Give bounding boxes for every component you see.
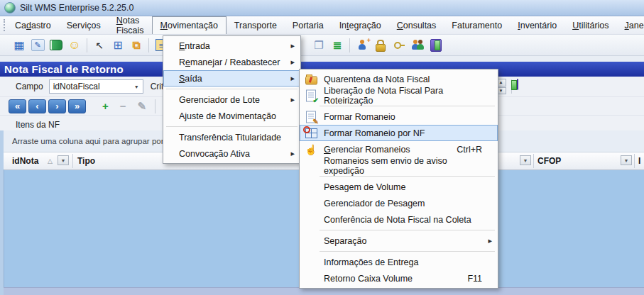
copy-folders-icon[interactable]: ⧉ — [128, 38, 145, 53]
menubar-item-cadastro[interactable]: Cadastro — [7, 16, 59, 34]
prev-record-button[interactable]: ‹ — [28, 99, 46, 113]
campo-field-value: idNotaFiscal — [53, 82, 100, 91]
exit-door-icon[interactable] — [427, 38, 444, 53]
menu-item-gerenciador-de-lote[interactable]: Gerenciador de Lote ▸ — [163, 91, 300, 108]
window-title: Silt WMS Enterprise 5.2.25.0 — [20, 3, 133, 13]
menubar-item-faturamento[interactable]: Faturamento — [444, 16, 510, 34]
application-window: Silt WMS Enterprise 5.2.25.0 Cadastro Se… — [0, 0, 644, 295]
submenu-arrow-icon: ▸ — [290, 74, 295, 83]
menu-item-conferencia-nota-fiscal-coleta[interactable]: Conferência de Nota Fiscal na Coleta — [300, 211, 498, 228]
column-header-idnota[interactable]: idNota — [12, 156, 38, 166]
next-record-button[interactable]: › — [48, 99, 66, 113]
formar-romaneio-nf-grid-icon — [304, 128, 318, 138]
campo-field-select[interactable]: idNotaFiscal ▼ — [49, 79, 143, 94]
submenu-arrow-icon: ▸ — [290, 57, 295, 67]
menubar: Cadastro Serviços Notas Fiscais Moviment… — [0, 16, 644, 35]
menu-separator — [320, 251, 495, 252]
menubar-item-notas-fiscais[interactable]: Notas Fiscais — [109, 16, 152, 34]
menu-separator — [320, 176, 495, 177]
itens-section-label: Itens da NF — [16, 120, 60, 130]
remove-record-button[interactable]: − — [120, 101, 126, 111]
menubar-item-utilitarios[interactable]: Utilitários — [564, 16, 616, 34]
user-add-icon[interactable]: + — [354, 38, 371, 53]
manage-romaneios-hand-icon: ☝ — [304, 144, 318, 155]
group-by-hint: Arraste uma coluna aqui para agrupar por — [12, 137, 164, 145]
toolbar-separator — [155, 99, 155, 113]
add-record-button[interactable]: + — [102, 101, 109, 111]
manual-book-icon[interactable] — [48, 38, 65, 53]
first-record-button[interactable]: « — [9, 99, 26, 113]
release-checklist-icon: ✔ — [304, 89, 318, 101]
submenu-arrow-icon: ▸ — [290, 149, 295, 158]
menu-item-liberacao-de-nota-fiscal[interactable]: ✔ Liberação de Nota Fiscal Para Roteiriz… — [300, 87, 498, 104]
menu-item-gerenciador-de-pesagem[interactable]: Gerenciador de Pesagem — [300, 195, 498, 211]
movimentacao-dropdown-menu: Entrada ▸ Remanejar / Reabastecer ▸ Saíd… — [163, 35, 301, 164]
menu-item-transferencia-titularidade[interactable]: Transferência Titularidade — [163, 129, 300, 145]
column-header-next[interactable]: I — [638, 156, 640, 166]
menubar-item-transporte[interactable]: Transporte — [227, 16, 285, 34]
saida-submenu: Quarentena da Nota Fiscal ✔ Liberação de… — [299, 69, 498, 289]
lock-icon[interactable] — [372, 38, 389, 53]
formar-romaneio-note-icon: ✎ — [304, 111, 318, 123]
filter-dropdown-icon[interactable]: ▼ — [58, 155, 69, 165]
toolbar-separator — [349, 38, 350, 52]
menu-separator — [320, 106, 495, 106]
image-editor-icon[interactable]: ✎ — [29, 38, 46, 53]
pointer-select-icon[interactable]: ↖ — [91, 38, 108, 53]
menu-item-entrada[interactable]: Entrada ▸ — [163, 38, 300, 54]
menu-item-remanejar-reabastecer[interactable]: Remanejar / Reabastecer ▸ — [163, 54, 300, 70]
menubar-item-janelas[interactable]: Janelas — [617, 16, 644, 34]
users-icon[interactable] — [409, 38, 426, 53]
filter-dropdown-icon[interactable]: ▼ — [621, 155, 632, 165]
key-icon[interactable] — [391, 38, 408, 53]
menu-item-formar-romaneio-por-nf[interactable]: Formar Romaneio por NF — [300, 125, 498, 141]
menu-item-pesagem-de-volume[interactable]: Pesagem de Volume — [300, 179, 498, 195]
menu-item-formar-romaneio[interactable]: ✎ Formar Romaneio — [300, 108, 498, 125]
toolbar-separator — [87, 38, 87, 52]
menu-separator — [320, 230, 495, 230]
close-form-door-icon[interactable] — [517, 79, 518, 89]
menu-item-convocacao-ativa[interactable]: Convocação Ativa ▸ — [163, 145, 300, 162]
menu-item-romaneios-sem-envio[interactable]: Romaneios sem envio de aviso expedição — [300, 157, 498, 174]
window-titlebar[interactable]: Silt WMS Enterprise 5.2.25.0 — [0, 0, 644, 16]
menu-shortcut: Ctrl+R — [457, 145, 482, 155]
tree-view-icon[interactable]: ⊞ — [109, 38, 126, 53]
copy-settings-icon[interactable]: ❐ — [310, 38, 327, 53]
menubar-item-movimentacao[interactable]: Movimentação — [152, 16, 227, 34]
smiley-icon[interactable]: ☺ — [66, 38, 83, 53]
menu-item-informacoes-de-entrega[interactable]: Informações de Entrega — [300, 254, 498, 270]
filter-dropdown-icon[interactable]: ▼ — [520, 155, 531, 165]
menubar-item-portaria[interactable]: Portaria — [285, 16, 332, 34]
toolbar-gap — [0, 56, 644, 62]
menu-shortcut: F11 — [467, 274, 482, 284]
menu-item-retorno-caixa-volume[interactable]: Retorno Caixa Volume F11 — [300, 270, 498, 286]
menu-item-saida[interactable]: Saída ▸ — [163, 70, 300, 87]
main-toolbar: ▦ ✎ ☺ ↖ ⊞ ⧉ ≡ ❐ ≣ + — [0, 35, 644, 56]
submenu-arrow-icon: ▸ — [488, 236, 492, 245]
column-header-cfop[interactable]: CFOP — [537, 156, 561, 166]
menu-item-separacao[interactable]: Separação ▸ — [300, 233, 498, 249]
toolbar-separator — [148, 38, 149, 52]
edit-record-button[interactable]: ✎ — [138, 101, 147, 111]
sort-asc-icon: △ — [48, 157, 53, 165]
menu-item-ajuste-de-movimentacao[interactable]: Ajuste de Movimentação — [163, 108, 300, 124]
quarantine-folder-icon — [304, 74, 318, 84]
menubar-grip-handle[interactable] — [4, 19, 5, 31]
column-header-tipo[interactable]: Tipo — [77, 156, 95, 166]
chevron-down-icon: ▼ — [134, 84, 139, 89]
menubar-item-inventario[interactable]: Inventário — [510, 16, 564, 34]
app-logo-icon — [4, 2, 16, 13]
menubar-item-servicos[interactable]: Serviços — [59, 16, 109, 34]
view-layout-icon[interactable]: ▦ — [11, 38, 28, 53]
menu-separator — [166, 89, 298, 89]
menubar-item-consultas[interactable]: Consultas — [389, 16, 444, 34]
menu-separator — [166, 126, 298, 127]
submenu-arrow-icon: ▸ — [290, 41, 295, 50]
list-add-icon[interactable]: ≣ — [329, 38, 346, 53]
submenu-arrow-icon: ▸ — [290, 95, 295, 104]
menubar-item-integracao[interactable]: Integração — [332, 16, 389, 34]
campo-label: Campo — [16, 82, 43, 91]
last-record-button[interactable]: » — [68, 99, 86, 113]
